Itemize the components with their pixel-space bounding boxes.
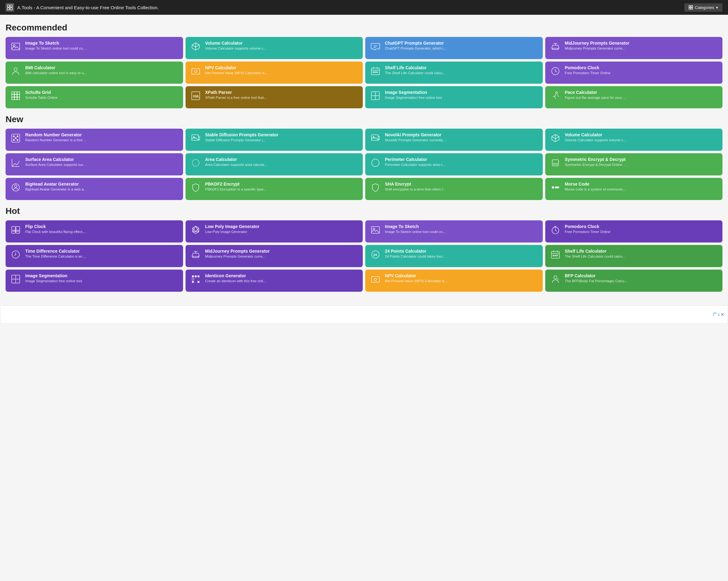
list-item[interactable]: 08:00 Flip Clock Flip Clock with beautif… [5, 220, 183, 243]
list-item[interactable]: Volume Calculator Volume Calculator supp… [545, 129, 723, 151]
list-item[interactable]: Identicon Generator Create an identicon … [185, 270, 363, 292]
card-name: Pomodoro Clock [565, 224, 719, 229]
list-item[interactable]: MidJourney Prompts Generator Midjourney … [545, 37, 723, 59]
list-item[interactable]: NovelAI Prompts Generator NovelAI Prompt… [365, 129, 543, 151]
categories-button[interactable]: Categories ▾ [684, 3, 723, 12]
svg-point-47 [552, 186, 554, 188]
list-item[interactable]: Volume Calculator Volume Calculator supp… [185, 37, 363, 59]
person-icon [10, 65, 22, 77]
list-item[interactable]: BigHead Avatar Generator BigHead Avatar … [5, 178, 183, 200]
run-icon [549, 90, 561, 102]
list-item[interactable]: BMI Calculator BMI calculator online too… [5, 61, 183, 84]
avatar-icon [10, 182, 22, 193]
svg-text:AES: AES [553, 162, 558, 165]
list-item[interactable]: Image Segmentation Image Segmentation fr… [5, 270, 183, 292]
categories-label: Categories [695, 5, 714, 10]
list-item[interactable]: Morse Code Morse code is a system of com… [545, 178, 723, 200]
svg-rect-11 [192, 69, 200, 74]
list-item[interactable]: Pomodoro Clock Free Pomodoro Timer Onlin… [545, 220, 723, 243]
clock-icon [549, 65, 561, 77]
svg-point-10 [14, 68, 17, 71]
list-item[interactable]: Image To Sketch Image To Sketch online t… [365, 220, 543, 243]
svg-rect-1 [10, 5, 12, 7]
list-item[interactable]: BFP Calculator The BFP(Body Fat Percenta… [545, 270, 723, 292]
svg-rect-15 [375, 72, 376, 73]
svg-point-36 [17, 140, 18, 141]
list-item[interactable]: SHA Encrypt SHA encryption is a term tha… [365, 178, 543, 200]
card-name: Schulte Grid [25, 90, 179, 95]
card-name: PBKDF2 Encrypt [205, 182, 359, 186]
list-item[interactable]: Perimeter Calculator Perimeter Calculato… [365, 153, 543, 175]
grid-icon [10, 90, 22, 102]
svg-point-41 [192, 159, 199, 166]
svg-point-32 [13, 136, 15, 137]
ad-settings-icon[interactable]: i [718, 312, 719, 317]
card-name: Image To Sketch [385, 224, 539, 229]
svg-rect-64 [195, 275, 197, 277]
svg-rect-22 [15, 95, 17, 97]
card-name: Perimeter Calculator [385, 157, 539, 162]
card-desc: Symmetric Encrypt & Decrypt Online ... [565, 163, 719, 167]
card-name: Area Calculator [205, 157, 359, 162]
card-desc: Image Segmentation free online tool [25, 279, 179, 283]
list-item[interactable]: PBKDF2 Encrypt PBKDF2 Encryption is a sp… [185, 178, 363, 200]
section-hot: Hot 08:00 Flip Clock Flip Clock with bea… [5, 206, 723, 292]
list-item[interactable]: Shelf Life Calculator The Shelf Life Cal… [545, 245, 723, 267]
ship-icon [190, 249, 202, 260]
svg-rect-24 [12, 97, 14, 100]
list-item[interactable]: Time Difference Calculator The Time Diff… [5, 245, 183, 267]
svg-rect-8 [12, 43, 20, 50]
site-title: A.Tools - A Convenient and Easy-to-use F… [17, 5, 159, 10]
list-item[interactable]: 24 24 Points Calculator 24 Points Calcul… [365, 245, 543, 267]
svg-rect-2 [7, 8, 9, 10]
list-item[interactable]: AES Symmetric Encrypt & Decrypt Symmetri… [545, 153, 723, 175]
list-item[interactable]: Stable Diffusion Prompts Generator Stabl… [185, 129, 363, 151]
money-icon [369, 273, 381, 285]
svg-point-12 [194, 70, 197, 73]
svg-rect-68 [192, 281, 194, 283]
card-desc: BMI calculator online tool is easy to u.… [25, 71, 179, 75]
card-name: Image To Sketch [25, 41, 179, 46]
svg-point-34 [15, 137, 16, 139]
card-name: Shelf Life Calculator [565, 249, 719, 254]
list-item[interactable]: NPV Calculator Net Present Value (NPV) C… [365, 270, 543, 292]
list-item[interactable]: Image To Sketch Image To Sketch online t… [5, 37, 183, 59]
svg-rect-14 [373, 72, 374, 73]
ad-controls: 广 i ✕ [713, 312, 724, 317]
grid-recommended: Image To Sketch Image To Sketch online t… [5, 37, 723, 108]
list-item[interactable]: Area Calculator Area Calculator supports… [185, 153, 363, 175]
calendar-icon [549, 249, 561, 260]
list-item[interactable]: Pomodoro Clock Free Pomodoro Timer Onlin… [545, 61, 723, 84]
card-desc: Figure out the average pace for your ... [565, 96, 719, 99]
list-item[interactable]: Low Poly Image Generator Low Poly Image … [185, 220, 363, 243]
list-item[interactable]: Random Number Generator Random Number Ge… [5, 129, 183, 151]
list-item[interactable]: Image Segmentation Image Segmentation fr… [365, 86, 543, 108]
circle-icon [369, 157, 381, 169]
section-title-new: New [5, 115, 723, 124]
aes-icon: AES [549, 157, 561, 169]
list-item[interactable]: ChatGPT Prompts Generator ChatGPT Prompt… [365, 37, 543, 59]
card-desc: Create an identicon with this free onli.… [205, 279, 359, 283]
bfp-icon [549, 273, 561, 285]
card-name: Time Difference Calculator [25, 249, 179, 254]
card-desc: Free Pomodoro Timer Online [565, 71, 719, 75]
list-item[interactable]: MidJourney Prompts Generator Midjourney … [185, 245, 363, 267]
card-name: Volume Calculator [565, 132, 719, 137]
image-seg-icon [10, 273, 22, 285]
list-item[interactable]: Shelf Life Calculator The Shelf Life Cal… [365, 61, 543, 84]
ad-close-icon[interactable]: ✕ [721, 312, 724, 317]
card-name: Volume Calculator [205, 41, 359, 46]
list-item[interactable]: Pace Calculator Figure out the average p… [545, 86, 723, 108]
list-item[interactable]: Schulte Grid Schulte Table Online [5, 86, 183, 108]
svg-rect-19 [15, 92, 17, 94]
list-item[interactable]: XML XPath Parser XPath Parser is a free … [185, 86, 363, 108]
card-desc: XPath Parser is a free online tool that.… [205, 96, 359, 99]
list-item[interactable]: NPV Calculator Net Present Value (NPV) C… [185, 61, 363, 84]
ad-info-icon[interactable]: 广 [713, 312, 717, 317]
svg-text:24: 24 [373, 253, 377, 257]
card-desc: Morse code is a system of communic... [565, 187, 719, 191]
shield-icon [190, 182, 202, 193]
list-item[interactable]: Surface Area Calculator Surface Area Cal… [5, 153, 183, 175]
section-new: New Random Number Generator Random Numbe… [5, 115, 723, 200]
money-icon [190, 65, 202, 77]
